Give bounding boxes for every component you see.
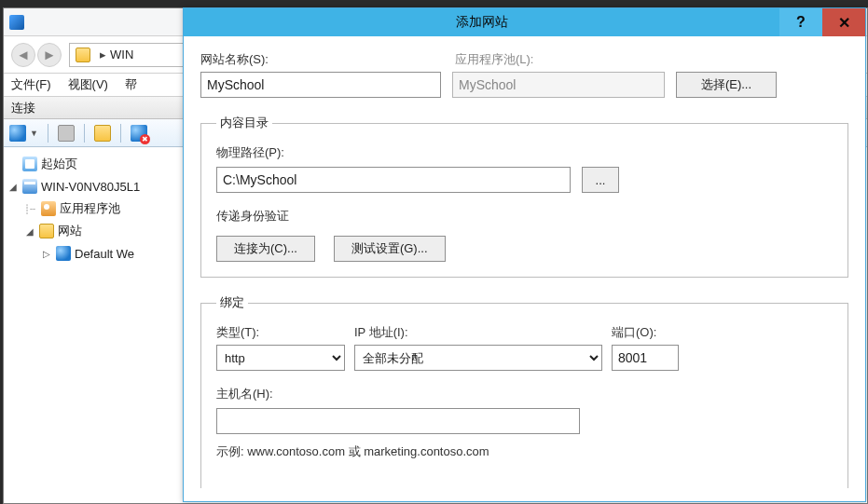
help-button[interactable]: ? <box>779 8 822 36</box>
toolbar-separator <box>120 124 121 143</box>
physical-path-label: 物理路径(P): <box>216 144 833 161</box>
select-apppool-button[interactable]: 选择(E)... <box>676 72 777 98</box>
hostname-input[interactable] <box>216 408 580 434</box>
twisty-closed-icon[interactable]: ▷ <box>41 249 52 259</box>
apppool-label: 应用程序池(L): <box>455 51 534 68</box>
menu-view[interactable]: 视图(V) <box>68 76 108 93</box>
binding-group: 绑定 类型(T): IP 地址(I): 端口(O): http 全部未分配 <box>200 294 848 488</box>
sites-icon <box>39 224 54 238</box>
connect-as-button[interactable]: 连接为(C)... <box>216 236 315 262</box>
site-name-label: 网站名称(S): <box>200 51 269 68</box>
twisty-open-icon[interactable]: ◢ <box>24 226 35 237</box>
dialog-body: 网站名称(S): 应用程序池(L): 选择(E)... 内容目录 物理路径(P)… <box>200 51 848 501</box>
connections-panel-title: 连接 <box>11 100 35 116</box>
type-select[interactable]: http <box>216 345 345 371</box>
open-icon[interactable] <box>94 125 111 142</box>
menu-file[interactable]: 文件(F) <box>11 76 51 93</box>
dialog-title: 添加网站 <box>184 14 779 31</box>
nav-back-button[interactable]: ◄ <box>11 43 35 67</box>
twisty-open-icon[interactable]: ◢ <box>7 182 19 192</box>
save-icon[interactable] <box>58 125 75 142</box>
port-input[interactable] <box>612 345 679 371</box>
menu-help[interactable]: 帮 <box>125 76 137 93</box>
toolbar-separator <box>84 124 85 143</box>
breadcrumb-root: WIN <box>110 48 133 61</box>
port-label: 端口(O): <box>612 324 656 341</box>
dialog-titlebar: 添加网站 ? ✕ <box>184 8 865 36</box>
add-website-dialog: 添加网站 ? ✕ 网站名称(S): 应用程序池(L): 选择(E)... 内容目… <box>183 7 866 502</box>
nav-forward-button[interactable]: ► <box>37 43 62 67</box>
physical-path-input[interactable] <box>216 167 571 193</box>
content-directory-group: 内容目录 物理路径(P): ... 传递身份验证 连接为(C)... 测试设置(… <box>200 115 848 278</box>
content-directory-legend: 内容目录 <box>216 115 272 131</box>
tree-label: 网站 <box>58 223 82 239</box>
disconnect-icon[interactable] <box>131 125 147 142</box>
tree-label: 起始页 <box>41 156 77 172</box>
site-name-input[interactable] <box>200 72 441 98</box>
hostname-label: 主机名(H): <box>216 386 833 402</box>
toolbar-separator <box>48 124 48 143</box>
tree-line-icon: ┊╌ <box>24 204 35 214</box>
apppool-input <box>452 72 665 98</box>
website-icon <box>56 246 71 261</box>
test-settings-button[interactable]: 测试设置(G)... <box>334 236 446 262</box>
passthrough-auth-label: 传递身份验证 <box>216 208 833 225</box>
tree-label: 应用程序池 <box>60 200 120 217</box>
tree-label: Default We <box>75 247 134 261</box>
ip-address-select[interactable]: 全部未分配 <box>354 345 602 371</box>
home-icon <box>22 157 37 171</box>
chevron-down-icon[interactable]: ▼ <box>30 129 38 138</box>
breadcrumb-folder-icon <box>76 48 90 62</box>
hostname-example: 示例: www.contoso.com 或 marketing.contoso.… <box>216 443 833 460</box>
connect-icon[interactable] <box>9 125 26 142</box>
apppool-icon <box>41 201 56 216</box>
close-button[interactable]: ✕ <box>822 8 865 36</box>
binding-legend: 绑定 <box>216 294 248 311</box>
ip-address-label: IP 地址(I): <box>354 324 612 341</box>
type-label: 类型(T): <box>216 324 354 341</box>
iis-app-icon <box>9 15 24 30</box>
tree-label: WIN-V0NV80J5L1 <box>41 180 140 194</box>
browse-button[interactable]: ... <box>582 167 619 193</box>
breadcrumb-separator-icon: ▸ <box>100 48 106 61</box>
server-icon <box>22 179 37 194</box>
